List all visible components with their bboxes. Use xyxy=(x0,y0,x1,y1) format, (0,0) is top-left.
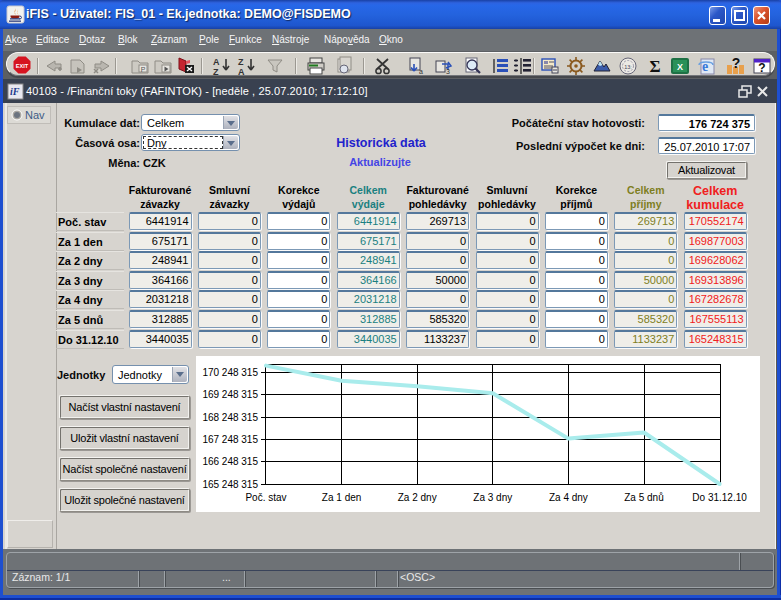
svg-text:Za 5 dnů: Za 5 dnů xyxy=(624,492,663,503)
svg-text:Z: Z xyxy=(238,57,244,67)
svg-text:165 248 315: 165 248 315 xyxy=(202,479,258,490)
svg-text:168 248 315: 168 248 315 xyxy=(202,412,258,423)
svg-text:3: 3 xyxy=(446,68,450,75)
svg-text:A: A xyxy=(213,57,220,67)
svg-text:Poč. stav: Poč. stav xyxy=(245,492,286,503)
svg-text:167 248 315: 167 248 315 xyxy=(202,434,258,445)
svg-text:?: ? xyxy=(732,55,741,71)
svg-text:?: ? xyxy=(758,61,765,75)
svg-text:13:: 13: xyxy=(624,64,632,70)
svg-text:166 248 315: 166 248 315 xyxy=(202,456,258,467)
svg-text:170 248 315: 170 248 315 xyxy=(202,367,258,378)
svg-text:a: a xyxy=(419,68,423,75)
svg-text:Za 3 dny: Za 3 dny xyxy=(473,492,512,503)
svg-text:Za 4 dny: Za 4 dny xyxy=(549,492,588,503)
svg-text:P: P xyxy=(141,66,146,73)
svg-text:iF: iF xyxy=(10,86,20,97)
svg-text:Σ: Σ xyxy=(649,57,660,76)
svg-text:Za 2 dny: Za 2 dny xyxy=(398,492,437,503)
svg-text:Do 31.12.10: Do 31.12.10 xyxy=(692,492,747,503)
svg-text:169 248 315: 169 248 315 xyxy=(202,389,258,400)
svg-text:X: X xyxy=(677,62,683,72)
svg-text:Z: Z xyxy=(213,67,219,77)
svg-text:EXIT: EXIT xyxy=(16,63,29,69)
svg-text:e: e xyxy=(702,59,708,74)
svg-text:Za 1 den: Za 1 den xyxy=(322,492,361,503)
svg-text:A: A xyxy=(238,67,245,77)
